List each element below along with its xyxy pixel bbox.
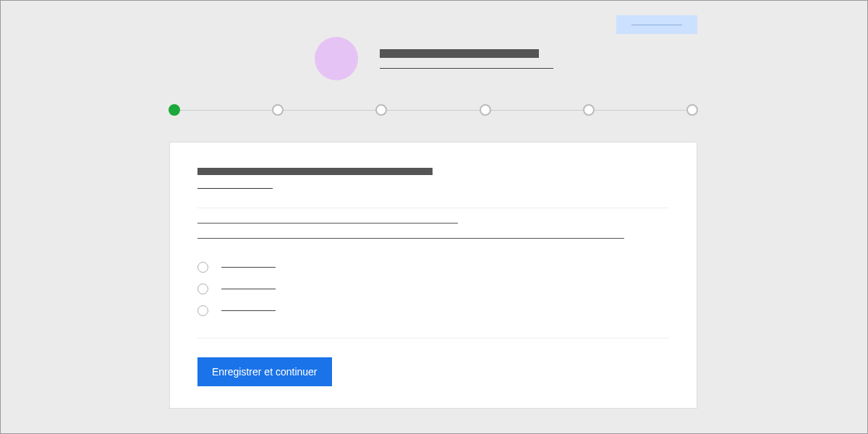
form-card: Enregistrer et continuer [169,142,697,409]
radio-icon [197,305,208,316]
step-connector [387,110,479,111]
info-badge [616,15,697,34]
step-6[interactable] [686,104,698,116]
form-description-line-2 [197,238,624,239]
form-header [197,168,669,189]
radio-option-2[interactable] [197,284,669,294]
header-text [380,49,553,69]
radio-option-1[interactable] [197,262,669,273]
step-3[interactable] [375,104,387,116]
step-2[interactable] [272,104,284,116]
radio-label [221,310,276,311]
divider [197,338,669,339]
step-connector [595,110,686,111]
radio-icon [197,262,208,273]
info-badge-text [631,25,682,25]
form-description-line-1 [197,223,458,224]
form-section-subtitle [197,188,273,189]
step-connector [180,110,272,111]
avatar [315,37,358,80]
step-4[interactable] [480,104,491,116]
radio-label [221,289,276,289]
step-5[interactable] [583,104,595,116]
save-and-continue-button[interactable]: Enregistrer et continuer [197,357,332,386]
radio-group [197,262,669,316]
progress-stepper [169,104,698,116]
radio-label [221,267,276,268]
page-title [380,49,539,58]
form-section-title [197,168,433,175]
page-header [1,37,867,80]
radio-option-3[interactable] [197,305,669,316]
page-subtitle [380,68,553,69]
radio-icon [197,284,208,294]
step-connector [491,110,583,111]
divider [197,208,669,208]
step-1[interactable] [169,104,180,116]
step-connector [284,110,375,111]
